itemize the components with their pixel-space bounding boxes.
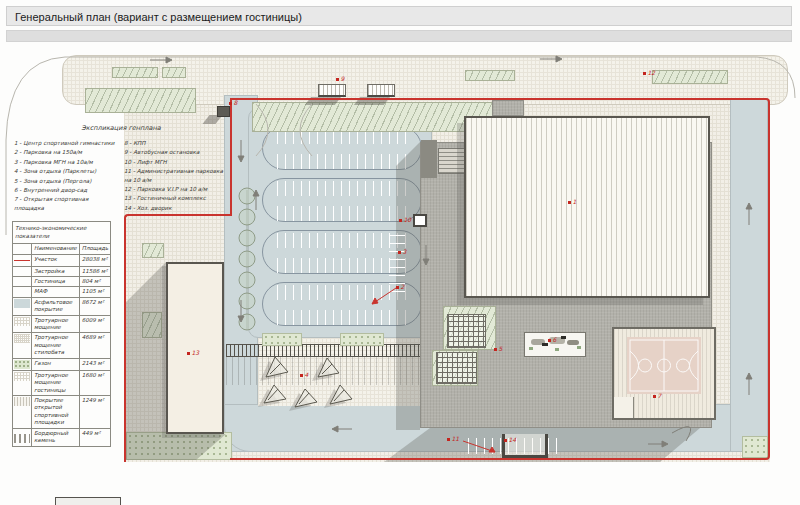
plan-marker-11: 11 — [447, 436, 459, 442]
legend-column-1: 1 - Центр спортивной гимнастики 2 - Парк… — [14, 139, 118, 213]
swatch-lawn — [14, 360, 30, 369]
legend-item: 11 - Административная парковка на 10 а/м — [124, 167, 228, 184]
plan-marker-14: 14 — [504, 437, 516, 443]
plan-marker-12: 12 — [643, 70, 655, 76]
legend-item: 4 - Зона отдыха (Парклеты) — [14, 167, 118, 175]
plan-graphics-overlay — [0, 45, 800, 505]
road-arrows — [150, 56, 752, 447]
tei-table: Технико-экономические показатели Наимено… — [12, 221, 111, 447]
legend-item: 10 - Лифт МГН — [124, 158, 228, 166]
legend-item: 9 - Автобусная остановка — [124, 148, 228, 156]
legend-item: 13 - Гостиничный комплекс — [124, 194, 228, 202]
page-title-bar: Генеральный план (вариант с размещением … — [6, 6, 792, 26]
swatch-curb — [14, 434, 30, 443]
tei-row: Тротуарное мощение гостиницы1680 м² — [13, 370, 111, 395]
legend-item: 3 - Парковка МГН на 10а/м — [14, 158, 118, 166]
legend-item: 5 - Зона отдыха (Пергола) — [14, 177, 118, 185]
tei-row: Застройка11586 м² — [13, 266, 111, 276]
toolbar-strip — [6, 30, 792, 42]
plan-marker-9: 9 — [336, 76, 344, 82]
swatch-asphalt — [14, 299, 30, 308]
tei-col-name: Наименование — [32, 244, 80, 254]
tei-row: Газон2143 м² — [13, 358, 111, 370]
tei-row: МАФ1105 м² — [13, 287, 111, 297]
legend-item: 12 - Парковка V.I.P на 10 а/м — [124, 185, 228, 193]
tei-title: Технико-экономические показатели — [13, 222, 111, 244]
plan-marker-6: 6 — [548, 337, 556, 343]
legend-item: 14 - Хоз. дворик — [124, 204, 228, 212]
site-boundary-segment — [230, 98, 232, 216]
plan-marker-3: 3 — [398, 249, 406, 255]
legend-item: 6 - Внутренний двор-сад — [14, 186, 118, 194]
legend-item: 7 - Открытая спортивная площадка — [14, 195, 118, 212]
site-plan: 1 2 3 4 5 6 7 8 9 10 11 12 13 14 — [0, 45, 800, 505]
swatch-paving — [14, 317, 30, 326]
tei-row: Асфальтовое покрытие8672 м² — [13, 297, 111, 315]
tei-col-area: Площадь — [79, 244, 111, 254]
legend-item: 1 - Центр спортивной гимнастики — [14, 139, 118, 147]
swatch-hotel-paving — [14, 372, 30, 381]
plan-marker-1: 1 — [568, 199, 576, 205]
tei-row: Тротуарное мощение6009 м² — [13, 315, 111, 333]
swatch-boundary — [14, 256, 30, 265]
plan-marker-13: 13 — [187, 350, 199, 356]
legend-block: Экспликация генплана 1 - Центр спортивно… — [14, 124, 228, 213]
tei-row: Покрытие открытой спортивной площадки124… — [13, 396, 111, 429]
legend-item: 2 - Парковка на 150а/м — [14, 148, 118, 156]
legend-title: Экспликация генплана — [14, 124, 228, 132]
general-plan-sheet: { "title": "Генеральный план (вариант с … — [0, 0, 800, 505]
swatch-stylobate-paving — [14, 334, 30, 343]
plan-marker-7: 7 — [653, 393, 661, 399]
plan-marker-5: 5 — [494, 346, 502, 352]
parklet-trees — [264, 357, 352, 407]
legend-item: 8 - КПП — [124, 139, 228, 147]
plan-marker-4: 4 — [300, 372, 308, 378]
tei-row: Участок28038 м² — [13, 254, 111, 266]
swatch-sports-surface — [14, 397, 30, 406]
plan-marker-8: 8 — [229, 100, 237, 106]
tei-row: Гостиница804 м² — [13, 276, 111, 286]
plan-marker-10: 10 — [399, 217, 411, 223]
red-leader-lines — [372, 288, 495, 452]
plan-marker-2: 2 — [396, 284, 404, 290]
legend-column-2: 8 - КПП 9 - Автобусная остановка 10 - Ли… — [124, 139, 228, 213]
title-block-stub — [55, 497, 121, 505]
page-title: Генеральный план (вариант с размещением … — [15, 11, 302, 23]
tei-row: Тротуарное мощение стилобата4689 м² — [13, 333, 111, 358]
tei-row: Бордюрный камень449 м² — [13, 428, 111, 446]
